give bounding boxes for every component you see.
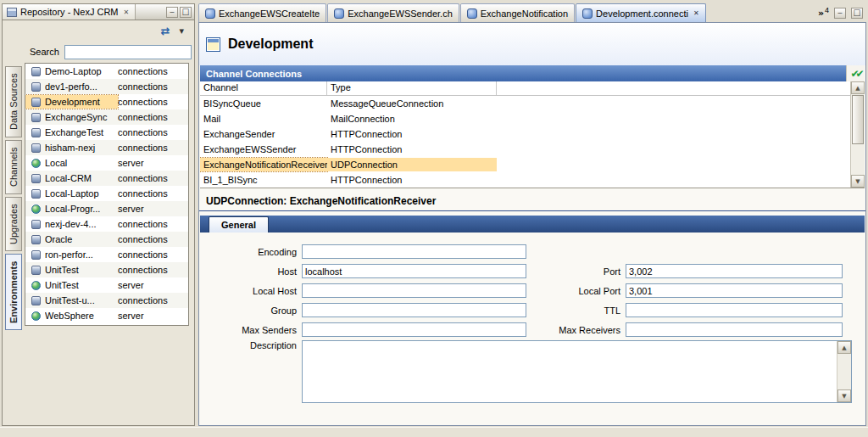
vertical-tab-data-sources[interactable]: Data Sources xyxy=(5,66,22,137)
item-name: UnitTest xyxy=(45,280,116,290)
item-type: server xyxy=(118,204,144,214)
connection-icon xyxy=(31,82,41,92)
table-row[interactable]: ExchangeSenderHTTPConnection xyxy=(200,126,850,142)
search-input[interactable] xyxy=(64,45,192,59)
max-senders-input[interactable] xyxy=(302,322,526,337)
file-icon xyxy=(205,8,215,19)
ttl-input[interactable] xyxy=(626,303,843,317)
column-header-channel[interactable]: Channel xyxy=(200,81,327,95)
repository-view-body: Data Sources Channels Upgrades Environme… xyxy=(2,20,195,426)
encoding-input[interactable] xyxy=(302,244,526,259)
item-type: server xyxy=(118,158,144,168)
item-name: UnitTest xyxy=(45,265,116,275)
tab-overflow-button[interactable]: 4 xyxy=(818,8,829,19)
vertical-tab-environments[interactable]: Environments xyxy=(5,254,22,330)
connection-icon xyxy=(31,98,41,107)
description-scrollbar[interactable] xyxy=(837,341,851,402)
editor-tab-exchange-notification[interactable]: ExchangeNotification xyxy=(460,3,575,22)
search-label: Search xyxy=(30,47,59,57)
list-item[interactable]: UnitTestconnections xyxy=(25,262,188,277)
list-item[interactable]: UnitTestserver xyxy=(25,277,188,293)
overflow-count: 4 xyxy=(825,6,829,14)
list-item[interactable]: Local-Progr...server xyxy=(25,201,188,216)
tab-general[interactable]: General xyxy=(209,216,269,233)
host-label: Host xyxy=(199,266,302,277)
connection-icon xyxy=(31,250,41,260)
detail-section-title: UDPConnection: ExchangeNotificationRecei… xyxy=(199,193,865,211)
tab-label: ExchangeEWSSender.ch xyxy=(348,8,453,19)
list-item[interactable]: ExchangeTestconnections xyxy=(25,125,188,140)
scroll-down-button[interactable] xyxy=(851,175,865,188)
cell-type: HTTPConnection xyxy=(327,173,497,187)
description-input[interactable] xyxy=(302,340,852,403)
item-name: ron-perfor... xyxy=(45,249,116,260)
editor-body: Development Channel Connections Channel … xyxy=(198,22,866,426)
local-port-input[interactable] xyxy=(626,283,843,298)
host-input[interactable] xyxy=(302,264,526,278)
table-row-selected[interactable]: ExchangeNotificationReceiverUDPConnectio… xyxy=(200,157,850,172)
model-layer-tabs: Data Sources Channels Upgrades Environme… xyxy=(3,41,25,425)
view-close-icon[interactable] xyxy=(122,8,131,16)
vertical-tab-upgrades[interactable]: Upgrades xyxy=(5,197,22,251)
list-item[interactable]: ron-perfor...connections xyxy=(25,247,188,262)
list-item[interactable]: ExchangeSyncconnections xyxy=(25,109,188,125)
connection-icon xyxy=(31,143,41,153)
item-name: hisham-nexj xyxy=(45,143,116,153)
list-item[interactable]: Local-Laptopconnections xyxy=(25,186,188,201)
connection-icon xyxy=(31,113,41,122)
editor-maximize-button[interactable] xyxy=(851,8,863,19)
tab-close-icon[interactable] xyxy=(692,9,699,17)
sync-with-editor-icon[interactable] xyxy=(158,22,174,40)
item-name: Development xyxy=(45,97,116,107)
list-item[interactable]: hisham-nexjconnections xyxy=(25,140,188,155)
list-item[interactable]: nexj-dev-4...connections xyxy=(25,216,188,232)
group-label: Group xyxy=(199,305,302,316)
local-host-input[interactable] xyxy=(302,283,526,298)
port-input[interactable] xyxy=(626,264,843,278)
repository-toolbar xyxy=(3,20,194,41)
group-input[interactable] xyxy=(302,303,526,317)
cell-channel: BISyncQueue xyxy=(200,97,327,110)
file-icon xyxy=(582,8,593,19)
editor-tab-exchange-ews-create[interactable]: ExchangeEWSCreateIte xyxy=(198,3,326,22)
list-item[interactable]: UnitTest-u...connections xyxy=(25,293,188,308)
scroll-down-button[interactable] xyxy=(837,389,851,402)
scroll-up-button[interactable] xyxy=(837,341,851,354)
column-header-type[interactable]: Type xyxy=(327,81,497,95)
view-tab-repository[interactable]: Repository - NexJ CRM xyxy=(3,4,136,20)
repository-icon xyxy=(7,8,17,17)
cell-channel: ExchangeSender xyxy=(200,127,327,141)
max-receivers-label: Max Receivers xyxy=(526,325,626,335)
scroll-thumb[interactable] xyxy=(852,95,864,144)
encoding-row: Encoding xyxy=(199,242,865,261)
max-receivers-input[interactable] xyxy=(626,322,843,337)
list-item[interactable]: dev1-perfo...connections xyxy=(25,79,188,94)
table-row[interactable]: BI_1_BISyncHTTPConnection xyxy=(200,172,850,188)
list-item-selected[interactable]: Developmentconnections xyxy=(25,94,188,109)
list-item[interactable]: Demo-Laptopconnections xyxy=(25,64,188,79)
vertical-tab-channels[interactable]: Channels xyxy=(5,140,22,194)
connection-icon xyxy=(31,174,41,183)
connection-icon xyxy=(31,235,41,244)
editor-minimize-button[interactable] xyxy=(834,8,846,19)
list-item[interactable]: Oracleconnections xyxy=(25,232,188,247)
list-item[interactable]: WebSphereserver xyxy=(25,308,188,323)
item-type: connections xyxy=(118,265,168,275)
list-item[interactable]: Local-CRMconnections xyxy=(25,171,188,186)
cell-type: MessageQueueConnection xyxy=(327,97,497,110)
editor-tab-development-active[interactable]: Development.connecti xyxy=(576,3,706,22)
view-menu-chevron-down-icon[interactable] xyxy=(175,23,187,39)
table-row[interactable]: BISyncQueueMessageQueueConnection xyxy=(200,96,850,111)
view-maximize-button[interactable] xyxy=(180,7,192,18)
view-minimize-button[interactable] xyxy=(166,7,178,18)
connection-icon xyxy=(31,189,41,199)
table-row[interactable]: ExchangeEWSSenderHTTPConnection xyxy=(200,142,850,157)
editor-tab-exchange-ews-sender[interactable]: ExchangeEWSSender.ch xyxy=(327,3,459,22)
list-item[interactable]: Localserver xyxy=(25,155,188,171)
scroll-up-button[interactable] xyxy=(851,81,865,94)
table-row[interactable]: MailMailConnection xyxy=(200,111,850,126)
connection-icon xyxy=(31,220,41,229)
table-scrollbar[interactable] xyxy=(850,81,865,188)
cell-channel: ExchangeNotificationReceiver xyxy=(200,158,327,171)
item-type: server xyxy=(118,280,144,290)
